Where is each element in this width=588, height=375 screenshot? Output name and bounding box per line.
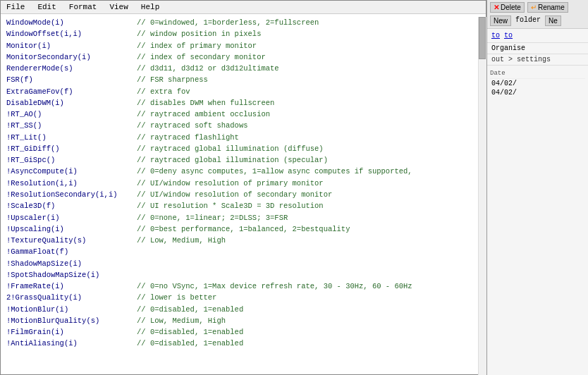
rename-icon: ↵ <box>531 4 537 11</box>
code-line: !GammaFloat(f) <box>6 246 480 257</box>
code-key: MonitorSecondary(i) <box>6 51 137 63</box>
file-panel-nav: to to <box>487 29 588 43</box>
code-line: ExtraGameFov(f)// extra fov <box>6 86 480 97</box>
path-row: out > settings <box>487 54 588 66</box>
code-comment: // d3d11, d3d12 or d3d12ultimate <box>137 63 279 74</box>
rename-button[interactable]: ↵ Rename <box>527 2 568 13</box>
file-date-1: 04/02/ <box>491 80 517 87</box>
code-comment: // 0=disabled, 1=enabled <box>137 304 243 315</box>
ne-label: Ne <box>549 17 558 25</box>
code-key: !RT_AO() <box>6 109 137 120</box>
code-line: RendererMode(s)// d3d11, d3d12 or d3d12u… <box>6 63 480 74</box>
code-comment: // lower is better <box>137 292 216 303</box>
code-comment: // 0=windowed, 1=borderless, 2=fullscree… <box>137 17 319 28</box>
code-comment: // UI resolution * Scale3D = 3D resoluti… <box>137 200 324 211</box>
code-comment: // 0=disabled, 1=enabled <box>137 326 243 338</box>
code-comment: // 0=best performance, 1=balanced, 2=bes… <box>137 223 350 235</box>
nav-to-link-1[interactable]: to <box>491 32 500 39</box>
code-comment: // raytraced ambient occlusion <box>137 109 270 120</box>
code-comment: // raytraced flashlight <box>137 132 239 143</box>
delete-label: Delete <box>501 4 521 11</box>
code-comment: // raytraced global illumination (diffus… <box>137 143 324 154</box>
code-comment: // 0=disabled, 1=enabled <box>137 338 243 349</box>
code-line: FSR(f)// FSR sharpness <box>6 74 480 85</box>
folder-label: folder <box>514 16 542 26</box>
code-line: !RT_GiSpc()// raytraced global illuminat… <box>6 154 480 166</box>
code-comment: // raytraced soft shadows <box>137 120 248 131</box>
code-comment: // disables DWM when fullscreen <box>137 97 274 109</box>
code-line: !Resolution(i,i)// UI/window resolution … <box>6 178 480 189</box>
code-key: !RT_SS() <box>6 120 137 131</box>
code-line: !Scale3D(f)// UI resolution * Scale3D = … <box>6 200 480 211</box>
code-comment: // 0=none, 1=linear; 2=DLSS; 3=FSR <box>137 212 288 223</box>
menu-help[interactable]: Help <box>138 2 162 12</box>
code-key: !Scale3D(f) <box>6 200 137 211</box>
code-key: !GammaFloat(f) <box>6 246 137 257</box>
scrollbar-track[interactable] <box>478 17 486 375</box>
code-key: !RT_GiDiff() <box>6 143 137 154</box>
menu-file[interactable]: File <box>4 2 27 12</box>
editor-window: File Edit Format View Help WindowMode(i)… <box>0 0 486 375</box>
code-key: DisableDWM(i) <box>6 97 137 109</box>
new-button[interactable]: New <box>490 16 511 26</box>
code-line: !ResolutionSecondary(i,i)// UI/window re… <box>6 189 480 200</box>
code-comment: // UI/window resolution of primary monit… <box>137 178 324 189</box>
code-key: !FrameRate(i) <box>6 281 137 292</box>
code-line: WindowMode(i)// 0=windowed, 1=borderless… <box>6 17 480 28</box>
organise-row: Organise <box>487 43 588 54</box>
code-key: !RT_Lit() <box>6 132 137 143</box>
code-key: Monitor(i) <box>6 40 137 51</box>
x-icon: ✕ <box>494 4 499 11</box>
file-item-2[interactable]: 04/02/ <box>490 88 585 97</box>
code-key: RendererMode(s) <box>6 63 137 74</box>
organise-label: Organise <box>491 44 525 52</box>
file-panel-content[interactable]: Date 04/02/ 04/02/ <box>487 66 588 375</box>
menu-edit[interactable]: Edit <box>35 2 59 12</box>
path-label: out > settings <box>491 56 551 63</box>
code-key: !ResolutionSecondary(i,i) <box>6 189 137 200</box>
code-line: !RT_SS()// raytraced soft shadows <box>6 120 480 131</box>
code-key: !AntiAliasing(i) <box>6 338 137 349</box>
ne-button[interactable]: Ne <box>545 16 561 26</box>
code-line: !AntiAliasing(i)// 0=disabled, 1=enabled <box>6 338 480 349</box>
rename-label: Rename <box>538 4 565 11</box>
menu-format[interactable]: Format <box>66 2 100 12</box>
code-line: !MotionBlur(i)// 0=disabled, 1=enabled <box>6 304 480 315</box>
file-panel: ✕ Delete ↵ Rename New folder Ne to to Or… <box>486 0 588 375</box>
code-comment: // raytraced global illumination (specul… <box>137 154 328 166</box>
code-line: !AsyncCompute(i)// 0=deny async computes… <box>6 166 480 177</box>
code-comment: // extra fov <box>137 86 190 97</box>
code-line: !RT_Lit()// raytraced flashlight <box>6 132 480 143</box>
code-comment: // FSR sharpness <box>137 74 208 85</box>
scrollbar-thumb[interactable] <box>479 17 486 59</box>
code-key: !Resolution(i,i) <box>6 178 137 189</box>
code-key: FSR(f) <box>6 74 137 85</box>
code-line: 2!GrassQuality(i)// lower is better <box>6 292 480 303</box>
code-key: WindowOffset(i,i) <box>6 28 137 39</box>
code-comment: // 0=deny async computes, 1=allow async … <box>137 166 412 177</box>
code-key: !SpotShadowMapSize(i) <box>6 269 137 281</box>
delete-button[interactable]: ✕ Delete <box>490 2 525 13</box>
code-comment: // Low, Medium, High <box>137 315 226 326</box>
file-item-1[interactable]: 04/02/ <box>490 79 585 88</box>
code-comment: // index of primary monitor <box>137 40 257 51</box>
code-key: !RT_GiSpc() <box>6 154 137 166</box>
code-line: !TextureQuality(s)// Low, Medium, High <box>6 235 480 246</box>
nav-to-link-2[interactable]: to <box>504 32 513 39</box>
menu-view[interactable]: View <box>106 2 130 12</box>
new-label: New <box>494 17 508 25</box>
code-line: !Upscaler(i)// 0=none, 1=linear; 2=DLSS;… <box>6 212 480 223</box>
date-header-1: Date <box>490 68 585 79</box>
file-panel-toolbar: ✕ Delete ↵ Rename New folder Ne <box>487 0 588 29</box>
code-line: !Upscaling(i)// 0=best performance, 1=ba… <box>6 223 480 235</box>
code-line: !FilmGrain(i)// 0=disabled, 1=enabled <box>6 326 480 338</box>
code-key: ExtraGameFov(f) <box>6 86 137 97</box>
code-key: !MotionBlurQuality(s) <box>6 315 137 326</box>
content-area[interactable]: WindowMode(i)// 0=windowed, 1=borderless… <box>1 14 486 371</box>
code-comment: // Low, Medium, High <box>137 235 226 246</box>
code-key: !AsyncCompute(i) <box>6 166 137 177</box>
code-line: !MotionBlurQuality(s)// Low, Medium, Hig… <box>6 315 480 326</box>
menu-bar: File Edit Format View Help <box>1 1 486 14</box>
code-key: !TextureQuality(s) <box>6 235 137 246</box>
code-key: WindowMode(i) <box>6 17 137 28</box>
